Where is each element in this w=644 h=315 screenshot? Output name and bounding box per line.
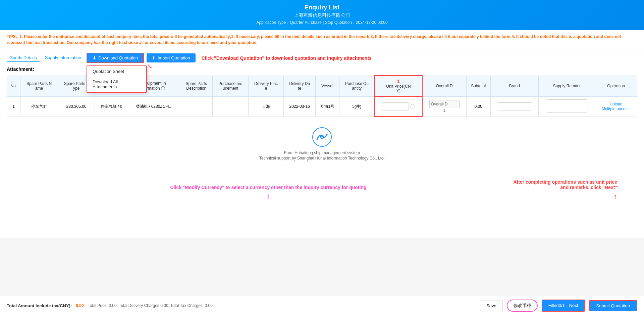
cell-overall-d: 1: [422, 96, 466, 117]
col-header-subtotal: Subtotal: [466, 76, 490, 96]
header-company: 上海互海信息科技有限公司: [7, 12, 637, 18]
header-info: Application Type：Quarter Purchase | Stop…: [7, 20, 637, 26]
footer-logo-text: From Huhaitong ship management system: [17, 150, 627, 155]
col-header-spare-parts-desc: Spare PartsDescription: [180, 76, 213, 96]
annotation-download-text: Click "Download Quotation" to download q…: [202, 55, 372, 61]
tab-goods-details[interactable]: Goods Details: [7, 54, 40, 62]
header-title: Enquiry List: [7, 4, 637, 11]
col-header-supply-remark: Supply Remark: [538, 76, 595, 96]
unit-price-input[interactable]: [382, 102, 409, 110]
tips-bar: TIPS:: 1. Please enter the unit-price an…: [0, 30, 644, 49]
download-icon: ⬇: [93, 55, 96, 60]
header: Enquiry List 上海互海信息科技有限公司 Application Ty…: [0, 0, 644, 30]
cell-purchase-req: [213, 96, 249, 117]
annotation-currency-arrow-up: ↑: [27, 192, 510, 201]
cell-brand: [490, 96, 538, 117]
col-header-brand: Brand: [490, 76, 538, 96]
tabs-toolbar-row: Goods Details Supply Information ⬇ Downl…: [7, 53, 637, 63]
cell-spare-parts-desc: [180, 96, 213, 117]
cell-component-position: 停车气缸 / 0: [95, 96, 128, 117]
download-quotation-button[interactable]: ⬇ Download Quotation: [87, 53, 144, 63]
tips-text: 1. Please enter the unit-price and disco…: [7, 34, 621, 45]
brand-input[interactable]: [498, 102, 531, 110]
tab-supply-information[interactable]: Supply Information: [42, 54, 84, 62]
bottom-annotations: Click "Modify Currency" to select a curr…: [7, 171, 637, 234]
annotation-currency-text: Click "Modify Currency" to select a curr…: [27, 185, 510, 190]
annotation-next-text: After completing operations such as unit…: [510, 179, 617, 190]
cell-delivery-place: 上海: [248, 96, 283, 117]
cell-equipment-info: 柴油机 / 6230ZC-4...: [128, 96, 180, 117]
download-quotation-wrapper: ⬇ Download Quotation Quotation Sheet Dow…: [87, 53, 144, 63]
cell-vessel: 互海1号: [316, 96, 339, 117]
cell-unit-price: [375, 96, 422, 117]
cell-subtotal: 0.00: [466, 96, 490, 117]
main-content: Goods Details Supply Information ⬇ Downl…: [0, 49, 644, 238]
dropdown-item-download-all[interactable]: Download All Attachments: [87, 77, 146, 92]
col-header-purchase-req: Purchase requirement: [213, 76, 249, 96]
col-header-delivery-date: Delivery Date: [284, 76, 316, 96]
col-header-no: No.: [7, 76, 20, 96]
table-row: 1 停车气缸 230.305.00 停车气缸 / 0 柴油机 / 6230ZC-…: [7, 96, 637, 117]
import-icon: ⬆: [152, 55, 156, 60]
col-header-overall-d: Overall D: [422, 76, 466, 96]
cell-operation: Upload Multiple prices c: [595, 96, 637, 117]
unit-price-radio[interactable]: [410, 104, 415, 109]
dropdown-item-quotation-sheet[interactable]: Quotation Sheet: [87, 66, 146, 77]
col-header-delivery-place: Delivery Place: [248, 76, 283, 96]
footer-logo: From Huhaitong ship management system Te…: [7, 117, 637, 171]
cell-spare-parts-type: 230.305.00: [58, 96, 95, 117]
cell-supply-remark: [538, 96, 595, 117]
annotation-down-arrow: ➘: [147, 62, 153, 70]
tips-label: TIPS::: [7, 34, 18, 39]
annotation-next-arrow-up: ↑: [510, 192, 617, 201]
cell-no: 1: [7, 96, 20, 117]
col-header-operation: Operation: [595, 76, 637, 96]
download-dropdown-menu: Quotation Sheet Download All Attachments: [87, 65, 147, 93]
footer-support-text: Technical support by Shanghai Huhai Info…: [17, 156, 627, 161]
supply-remark-input[interactable]: [547, 99, 587, 113]
multiple-prices-link[interactable]: Multiple prices c: [597, 106, 635, 111]
overall-discount-input[interactable]: [429, 100, 460, 108]
col-header-spare-parts-name: Spare Parts Name: [20, 76, 58, 96]
col-header-unit-price: 1Unit Price(CNY): [375, 76, 422, 96]
upload-link[interactable]: Upload: [597, 102, 635, 106]
cell-spare-parts-name: 停车气缸: [20, 96, 58, 117]
import-quotation-button[interactable]: ⬆ Import Quotation: [147, 53, 196, 62]
cell-delivery-date: 2022-03-16: [284, 96, 316, 117]
col-header-vessel: Vessel: [316, 76, 339, 96]
logo-image: [312, 127, 332, 147]
cell-purchase-qty: 5(件): [339, 96, 375, 117]
col-header-purchase-qty: Purchase Quantity: [339, 76, 375, 96]
